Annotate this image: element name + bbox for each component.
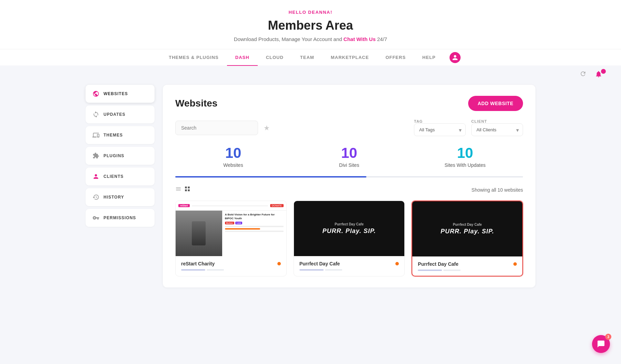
add-website-button[interactable]: ADD WEBSITE	[468, 96, 523, 111]
filter-group: TAG All Tags CLIENT All Clients	[414, 119, 523, 136]
sidebar: WEBSITES UPDATES THEMES PLUGINS CLIENTS	[86, 85, 155, 287]
favorites-star[interactable]: ★	[264, 124, 270, 132]
restart-card-image: reStart DONATE	[176, 201, 286, 256]
toolbar-row	[0, 65, 621, 85]
refresh-icon[interactable]	[580, 70, 589, 80]
sidebar-item-themes[interactable]: THEMES	[86, 126, 155, 144]
sidebar-item-plugins[interactable]: PLUGINS	[86, 147, 155, 165]
updates-icon	[92, 111, 99, 118]
tag-filter-label: TAG	[414, 119, 466, 123]
history-icon	[92, 194, 99, 201]
divi-sites-label: Divi Sites	[291, 162, 407, 168]
chat-link[interactable]: Chat With Us	[344, 36, 376, 42]
sidebar-item-websites[interactable]: WEBSITES	[86, 85, 155, 103]
sidebar-item-permissions[interactable]: PERMISSIONS	[86, 209, 155, 227]
grid-view-icon[interactable]	[184, 186, 190, 194]
nav-item-team[interactable]: TEAM	[292, 49, 323, 65]
client-select-wrapper: All Clients	[471, 123, 523, 136]
permissions-icon	[92, 214, 99, 221]
search-input[interactable]	[175, 121, 258, 135]
subtitle: Download Products, Manage Your Account a…	[0, 36, 621, 42]
list-view-icon[interactable]	[175, 186, 181, 194]
grid-controls: Showing all 10 websites	[175, 186, 523, 194]
hello-greeting: HELLO DEANNA!	[0, 10, 621, 15]
filters-row: ★ TAG All Tags CLIENT All Clients	[175, 119, 523, 136]
page-title: Members Area	[0, 18, 621, 33]
nav-item-marketplace[interactable]: MARKETPLACE	[323, 49, 377, 65]
sidebar-label-themes: THEMES	[103, 133, 123, 138]
websites-title: Websites	[175, 98, 217, 109]
sidebar-item-history[interactable]: HISTORY	[86, 188, 155, 206]
websites-grid: reStart DONATE	[175, 201, 523, 276]
nav-item-help[interactable]: HELP	[414, 49, 444, 65]
nav-item-offers[interactable]: OFFERS	[377, 49, 414, 65]
website-card-purrfect1[interactable]: Purrfect Day Cafe PURR. Play. SIP. Purrf…	[294, 201, 405, 276]
sidebar-label-plugins: PLUGINS	[103, 153, 124, 158]
purrfect1-name: Purrfect Day Cafe	[299, 261, 340, 266]
stat-divi-sites: 10 Divi Sites	[291, 146, 407, 168]
view-icons	[175, 186, 190, 194]
chat-widget[interactable]: 3	[592, 335, 610, 353]
subtitle-prefix: Download Products, Manage Your Account a…	[234, 36, 342, 42]
purrfect1-status-dot	[395, 262, 399, 265]
website-card-restart[interactable]: reStart DONATE	[175, 201, 287, 276]
themes-icon	[92, 132, 99, 139]
user-avatar[interactable]	[450, 52, 461, 63]
purrfect2-name: Purrfect Day Cafe	[418, 261, 459, 267]
content-area: Websites ADD WEBSITE ★ TAG All Tags CLIE…	[163, 85, 535, 287]
notification-badge	[601, 69, 606, 74]
content-header: Websites ADD WEBSITE	[175, 96, 523, 111]
showing-text: Showing all 10 websites	[472, 187, 523, 193]
globe-icon	[92, 90, 99, 97]
sidebar-label-updates: UPDATES	[103, 112, 125, 117]
subtitle-suffix: 24/7	[377, 36, 387, 42]
purrfect2-status-dot	[513, 262, 517, 266]
nav-bar: THEMES & PLUGINS DASH CLOUD TEAM MARKETP…	[0, 49, 621, 65]
sidebar-label-history: HISTORY	[103, 195, 124, 200]
stats-row: 10 Websites 10 Divi Sites 10 Sites With …	[175, 146, 523, 168]
tag-select[interactable]: All Tags	[414, 123, 466, 136]
sidebar-item-updates[interactable]: UPDATES	[86, 105, 155, 123]
sidebar-item-clients[interactable]: CLIENTS	[86, 168, 155, 185]
plugins-icon	[92, 152, 99, 159]
website-card-purrfect2[interactable]: Purrfect Day Cafe PURR. Play. SIP. Purrf…	[412, 201, 523, 276]
purrfect1-card-info: Purrfect Day Cafe	[294, 256, 405, 275]
progress-bar-container	[175, 176, 523, 178]
notifications-icon[interactable]	[595, 70, 604, 80]
main-layout: WEBSITES UPDATES THEMES PLUGINS CLIENTS	[69, 85, 552, 301]
purrfect1-image: Purrfect Day Cafe PURR. Play. SIP.	[294, 201, 405, 256]
header: HELLO DEANNA! Members Area Download Prod…	[0, 0, 621, 65]
sites-updates-count: 10	[407, 146, 523, 160]
divi-sites-count: 10	[291, 146, 407, 160]
websites-label: Websites	[175, 162, 291, 168]
purrfect2-card-bars	[418, 270, 517, 271]
client-filter-label: CLIENT	[471, 119, 523, 123]
restart-name: reStart Charity	[181, 261, 215, 266]
sidebar-label-clients: CLIENTS	[103, 174, 124, 179]
restart-card-bars	[181, 269, 281, 271]
sites-updates-label: Sites With Updates	[407, 162, 523, 168]
nav-item-dash[interactable]: DASH	[227, 49, 258, 65]
stat-websites: 10 Websites	[175, 146, 291, 168]
stat-sites-updates: 10 Sites With Updates	[407, 146, 523, 168]
sidebar-label-websites: WEBSITES	[103, 91, 128, 96]
restart-status-dot	[277, 262, 281, 265]
nav-item-themes-plugins[interactable]: THEMES & PLUGINS	[160, 49, 227, 65]
purrfect2-card-info: Purrfect Day Cafe	[412, 256, 522, 276]
websites-count: 10	[175, 146, 291, 160]
purrfect1-card-bars	[299, 269, 399, 271]
restart-card-info: reStart Charity	[176, 256, 286, 275]
purrfect2-image: Purrfect Day Cafe PURR. Play. SIP.	[412, 201, 522, 256]
tag-select-wrapper: All Tags	[414, 123, 466, 136]
client-select[interactable]: All Clients	[471, 123, 523, 136]
clients-icon	[92, 173, 99, 180]
sidebar-label-permissions: PERMISSIONS	[103, 215, 136, 220]
nav-item-cloud[interactable]: CLOUD	[258, 49, 292, 65]
chat-badge: 3	[605, 334, 611, 340]
progress-bar-fill	[175, 176, 366, 178]
